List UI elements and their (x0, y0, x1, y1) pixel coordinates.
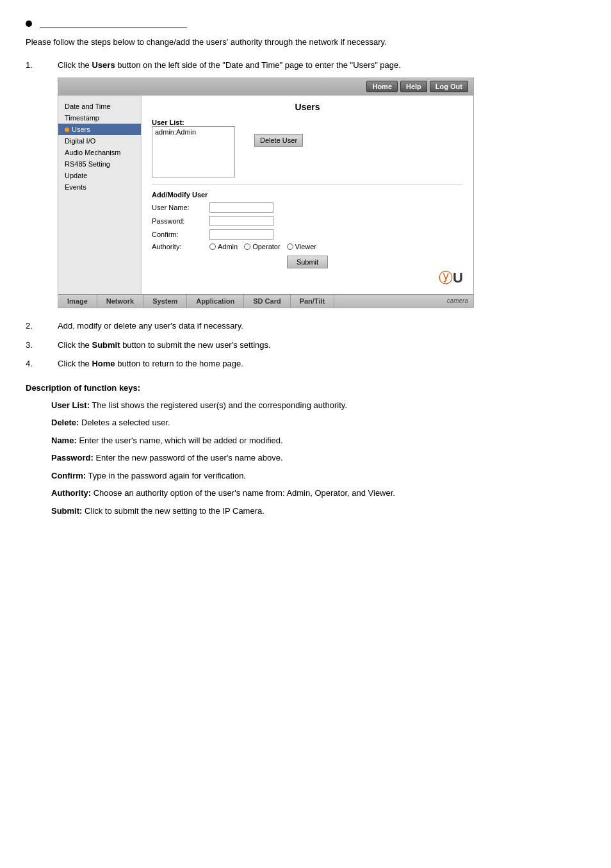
sidebar-item-date-and-time[interactable]: Date and Time (58, 101, 141, 112)
desc-text-password: Enter the new password of the user's nam… (95, 453, 282, 463)
description-title: Description of function keys: (26, 383, 585, 393)
camera-brand-logo: ⓨ U (439, 268, 463, 288)
desc-submit: Submit: Click to submit the new setting … (51, 505, 585, 518)
desc-text-user-list: The list shows the registered user(s) an… (92, 400, 347, 410)
password-row: Password: (152, 216, 463, 226)
user-list-label: User List: (152, 119, 241, 126)
desc-key-name: Name: (51, 436, 77, 445)
add-modify-section: Add/Modify User User Name: Password: Con… (152, 191, 463, 268)
desc-key-delete: Delete: (51, 418, 79, 427)
authority-row: Authority: Admin Operator Viewer (152, 243, 463, 250)
step-2-text: Add, modify or delete any user's data if… (58, 320, 585, 332)
sidebar-label: Events (65, 183, 86, 191)
tab-application[interactable]: Application (187, 295, 244, 307)
step-1-text: Click the Users button on the left side … (58, 59, 585, 72)
step-3: 3. Click the Submit button to submit the… (26, 339, 585, 352)
sidebar-label: Date and Time (65, 102, 111, 110)
desc-key-submit: Submit: (51, 506, 82, 516)
active-dot-icon (65, 127, 69, 132)
step-1-num: 1. (26, 59, 58, 72)
step-2: 2. Add, modify or delete any user's data… (26, 320, 585, 332)
confirm-label: Confirm: (152, 231, 209, 238)
desc-delete: Delete: Deletes a selected user. (51, 416, 585, 429)
sidebar-label: RS485 Setting (65, 160, 110, 168)
user-list-box[interactable]: admin:Admin (152, 126, 235, 177)
sidebar-item-rs485-setting[interactable]: RS485 Setting (58, 158, 141, 170)
authority-admin-option[interactable]: Admin (209, 243, 238, 250)
camera-body: Date and Time Timestamp Users Digital I/… (58, 95, 473, 294)
sidebar-item-timestamp[interactable]: Timestamp (58, 112, 141, 124)
sidebar-item-audio-mechanism[interactable]: Audio Mechanism (58, 147, 141, 158)
sidebar-item-digital-io[interactable]: Digital I/O (58, 135, 141, 147)
step-1: 1. Click the Users button on the left si… (26, 59, 585, 72)
sidebar-item-events[interactable]: Events (58, 181, 141, 193)
camera-label: camera (442, 295, 473, 307)
viewer-label: Viewer (295, 243, 316, 250)
desc-text-confirm: Type in the password again for verificat… (88, 471, 246, 480)
username-row: User Name: (152, 202, 463, 213)
user-list-section: User List: admin:Admin Delete User (152, 119, 463, 177)
camera-sidebar: Date and Time Timestamp Users Digital I/… (58, 95, 142, 294)
submit-button[interactable]: Submit (287, 256, 328, 268)
admin-label: Admin (218, 243, 238, 250)
tab-system[interactable]: System (143, 295, 187, 307)
confirm-input[interactable] (209, 229, 273, 240)
authority-operator-option[interactable]: Operator (244, 243, 280, 250)
help-button[interactable]: Help (400, 81, 427, 92)
admin-radio[interactable] (209, 243, 216, 250)
step-3-num: 3. (26, 339, 58, 352)
camera-ui-screenshot: Home Help Log Out Date and Time Timestam… (58, 78, 474, 308)
bullet-dot (26, 20, 32, 27)
operator-label: Operator (252, 243, 280, 250)
sidebar-label: Audio Mechanism (65, 149, 120, 156)
desc-user-list: User List: The list shows the registered… (51, 399, 585, 412)
desc-key-password: Password: (51, 453, 94, 463)
password-input[interactable] (209, 216, 273, 226)
operator-radio[interactable] (244, 243, 250, 250)
viewer-radio[interactable] (287, 243, 293, 250)
camera-topbar: Home Help Log Out (58, 78, 473, 95)
camera-main-content: Users User List: admin:Admin Delete User… (142, 95, 473, 294)
sidebar-label: Users (72, 126, 90, 133)
authority-viewer-option[interactable]: Viewer (287, 243, 316, 250)
camera-bottom-nav: Image Network System Application SD Card… (58, 294, 473, 307)
password-label: Password: (152, 217, 209, 225)
confirm-row: Confirm: (152, 229, 463, 240)
main-title: Users (152, 102, 463, 112)
desc-text-authority: Choose an authority option of the user's… (94, 488, 395, 498)
description-section: Description of function keys: User List:… (26, 383, 585, 518)
sidebar-item-update[interactable]: Update (58, 170, 141, 181)
user-list-container: User List: admin:Admin (152, 119, 241, 177)
step-4: 4. Click the Home button to return to th… (26, 357, 585, 370)
submit-row: Submit (152, 256, 463, 268)
username-input[interactable] (209, 202, 273, 213)
authority-radio-group: Admin Operator Viewer (209, 243, 316, 250)
brand-icon: ⓨ (439, 268, 453, 288)
step-4-num: 4. (26, 357, 58, 370)
tab-sd-card[interactable]: SD Card (244, 295, 290, 307)
tab-pan-tilt[interactable]: Pan/Tilt (291, 295, 335, 307)
delete-user-button[interactable]: Delete User (254, 134, 303, 147)
desc-text-delete: Deletes a selected user. (81, 418, 170, 427)
bullet-line (26, 19, 585, 28)
desc-key-authority: Authority: (51, 488, 91, 498)
step-2-num: 2. (26, 320, 58, 332)
sidebar-label: Timestamp (65, 114, 99, 122)
desc-key-user-list: User List: (51, 400, 90, 410)
delete-section: Delete User (254, 119, 303, 177)
step-4-text: Click the Home button to return to the h… (58, 357, 585, 370)
desc-text-submit: Click to submit the new setting to the I… (85, 506, 265, 516)
sidebar-label: Update (65, 172, 87, 179)
authority-label: Authority: (152, 243, 209, 250)
desc-name: Name: Enter the user's name, which will … (51, 434, 585, 447)
tab-network[interactable]: Network (97, 295, 143, 307)
brand-u-icon: U (453, 270, 463, 286)
sidebar-item-users[interactable]: Users (58, 124, 141, 135)
tab-image[interactable]: Image (58, 295, 97, 307)
home-button[interactable]: Home (366, 81, 398, 92)
logout-button[interactable]: Log Out (430, 81, 468, 92)
logo-area: ⓨ U (152, 268, 463, 288)
desc-text-name: Enter the user's name, which will be add… (79, 436, 282, 445)
add-modify-title: Add/Modify User (152, 191, 463, 199)
desc-password: Password: Enter the new password of the … (51, 452, 585, 464)
